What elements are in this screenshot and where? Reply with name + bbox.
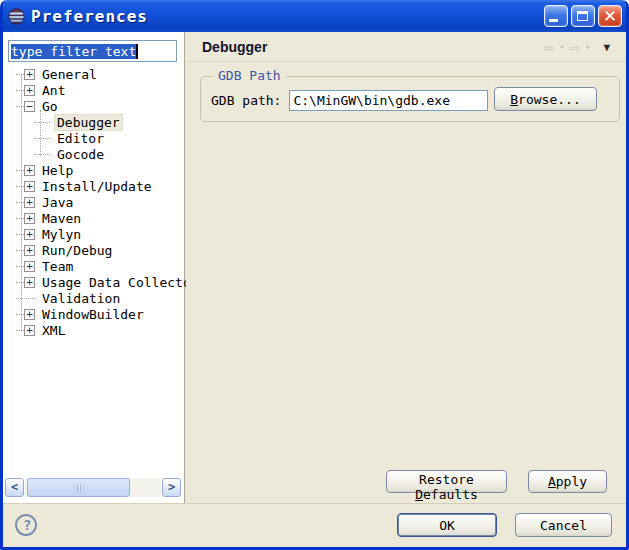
horizontal-scrollbar[interactable]: < > xyxy=(5,478,181,497)
forward-arrow-icon[interactable]: ⇨ xyxy=(570,39,580,56)
tree-item-maven[interactable]: +Maven xyxy=(3,210,183,226)
tree-item-usage-data-collector[interactable]: +Usage Data Collector xyxy=(3,274,183,290)
tree-connector-line xyxy=(16,106,24,107)
back-dropdown-icon[interactable]: ▾ xyxy=(559,42,564,52)
cancel-button[interactable]: Cancel xyxy=(515,513,612,537)
tree-connector-line xyxy=(16,218,24,219)
minimize-icon xyxy=(549,19,558,22)
gdb-path-input[interactable] xyxy=(289,90,488,111)
scroll-right-button[interactable]: > xyxy=(162,478,181,497)
filter-input[interactable]: type filter text xyxy=(8,40,177,62)
tree-item-java[interactable]: +Java xyxy=(3,194,183,210)
tree-connector-line xyxy=(34,122,50,123)
gdb-path-label: GDB path: xyxy=(211,93,281,108)
title-bar[interactable]: Preferences xyxy=(0,0,629,32)
preferences-sidebar: type filter text +General+Ant−GoDebugger… xyxy=(3,32,185,503)
tree-connector-line xyxy=(16,202,24,203)
plus-expander-icon[interactable]: + xyxy=(24,309,35,320)
filter-text-selected: type filter text xyxy=(11,44,136,59)
tree-connector-line xyxy=(16,90,24,91)
text-caret xyxy=(136,44,138,59)
tree-item-windowbuilder[interactable]: +WindowBuilder xyxy=(3,306,183,322)
tree-item-label: Mylyn xyxy=(39,227,84,242)
plus-expander-icon[interactable]: + xyxy=(24,69,35,80)
preferences-tree: +General+Ant−GoDebuggerEditorGocode+Help… xyxy=(3,66,183,338)
dialog-button-bar: ? OK Cancel xyxy=(3,503,626,547)
forward-dropdown-icon[interactable]: ▾ xyxy=(585,42,590,52)
scroll-right-icon: > xyxy=(168,480,175,494)
tree-connector-line xyxy=(16,250,24,251)
page-title: Debugger xyxy=(202,39,267,55)
apply-button[interactable]: Apply xyxy=(528,470,607,493)
tree-connector-line xyxy=(16,314,24,315)
minimize-button[interactable] xyxy=(544,5,568,27)
tree-item-team[interactable]: +Team xyxy=(3,258,183,274)
tree-item-label: WindowBuilder xyxy=(39,307,147,322)
restore-defaults-button[interactable]: Restore Defaults xyxy=(386,470,507,493)
tree-item-label: General xyxy=(39,67,100,82)
plus-expander-icon[interactable]: + xyxy=(24,261,35,272)
tree-item-editor[interactable]: Editor xyxy=(3,130,183,146)
scroll-left-button[interactable]: < xyxy=(5,478,24,497)
tree-item-label: Maven xyxy=(39,211,84,226)
tree-item-label: Help xyxy=(39,163,76,178)
tree-item-mylyn[interactable]: +Mylyn xyxy=(3,226,183,242)
tree-connector-line xyxy=(16,170,24,171)
tree-connector-line xyxy=(16,74,24,75)
tree-item-gocode[interactable]: Gocode xyxy=(3,146,183,162)
tree-item-label: XML xyxy=(39,323,68,338)
plus-expander-icon[interactable]: + xyxy=(24,165,35,176)
tree-item-debugger[interactable]: Debugger xyxy=(3,114,183,130)
page-header: Debugger ⇦ ▾ ⇨ ▾ ▼ xyxy=(186,32,626,62)
close-button[interactable] xyxy=(598,5,622,27)
plus-expander-icon[interactable]: + xyxy=(24,245,35,256)
tree-item-label: Run/Debug xyxy=(39,243,115,258)
tree-item-ant[interactable]: +Ant xyxy=(3,82,183,98)
plus-expander-icon[interactable]: + xyxy=(24,181,35,192)
eclipse-app-icon xyxy=(8,8,25,25)
scrollbar-track[interactable] xyxy=(25,478,161,497)
tree-item-validation[interactable]: Validation xyxy=(3,290,183,306)
plus-expander-icon[interactable]: + xyxy=(24,85,35,96)
gdb-path-group: GDB Path GDB path: Browse... xyxy=(200,76,620,122)
minus-expander-icon[interactable]: − xyxy=(24,101,35,112)
tree-item-general[interactable]: +General xyxy=(3,66,183,82)
scrollbar-thumb[interactable] xyxy=(27,478,130,497)
tree-item-label: Install/Update xyxy=(39,179,155,194)
tree-connector-line xyxy=(16,234,24,235)
back-arrow-icon[interactable]: ⇦ xyxy=(544,39,554,56)
tree-item-label: Java xyxy=(39,195,76,210)
ok-button[interactable]: OK xyxy=(397,513,497,537)
help-button[interactable]: ? xyxy=(15,514,37,536)
view-menu-icon[interactable]: ▼ xyxy=(603,41,610,54)
browse-button[interactable]: Browse... xyxy=(494,87,597,111)
tree-connector-line xyxy=(34,138,50,139)
plus-expander-icon[interactable]: + xyxy=(24,213,35,224)
tree-item-help[interactable]: +Help xyxy=(3,162,183,178)
tree-item-install-update[interactable]: +Install/Update xyxy=(3,178,183,194)
tree-item-go[interactable]: −Go xyxy=(3,98,183,114)
tree-item-run-debug[interactable]: +Run/Debug xyxy=(3,242,183,258)
plus-expander-icon[interactable]: + xyxy=(24,277,35,288)
tree-item-label: Validation xyxy=(39,291,123,306)
tree-item-label: Team xyxy=(39,259,76,274)
tree-connector-line xyxy=(16,330,24,331)
tree-item-label: Usage Data Collector xyxy=(39,275,202,290)
scroll-left-icon: < xyxy=(11,480,18,494)
tree-item-xml[interactable]: +XML xyxy=(3,322,183,338)
maximize-icon xyxy=(577,11,588,21)
plus-expander-icon[interactable]: + xyxy=(24,229,35,240)
window-title: Preferences xyxy=(31,7,148,26)
tree-connector-line xyxy=(16,186,24,187)
tree-item-label: Editor xyxy=(54,131,107,146)
tree-connector-line xyxy=(16,282,24,283)
tree-connector-line xyxy=(16,266,24,267)
tree-item-label: Go xyxy=(39,99,61,114)
preferences-main-panel: Debugger ⇦ ▾ ⇨ ▾ ▼ GDB Path GDB path: Br… xyxy=(186,32,626,503)
help-icon: ? xyxy=(23,517,31,533)
plus-expander-icon[interactable]: + xyxy=(24,325,35,336)
tree-connector-line xyxy=(34,154,50,155)
maximize-button[interactable] xyxy=(571,5,595,27)
plus-expander-icon[interactable]: + xyxy=(24,197,35,208)
tree-item-label: Ant xyxy=(39,83,68,98)
